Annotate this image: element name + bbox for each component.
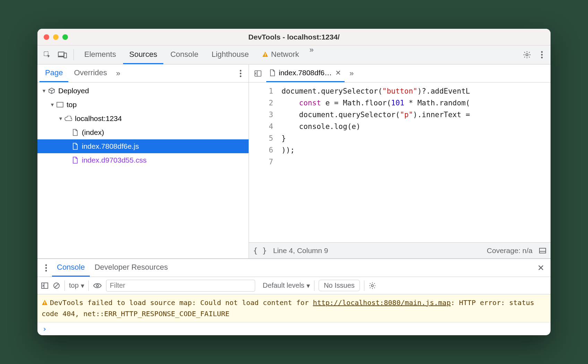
main-toolbar: Elements Sources Console Lighthouse Netw… — [37, 45, 551, 64]
drawer-tab-console[interactable]: Console — [52, 259, 90, 277]
toggle-navigator-icon[interactable] — [251, 67, 265, 80]
drawer: Console Developer Resources ✕ top▾ Defau… — [37, 259, 551, 335]
navigator-more-icon[interactable] — [235, 68, 247, 79]
tree-deployed[interactable]: ▼ Deployed — [37, 84, 249, 98]
close-drawer-icon[interactable]: ✕ — [534, 261, 548, 275]
drawer-tabs: Console Developer Resources ✕ — [37, 259, 551, 277]
more-options-icon[interactable] — [536, 49, 548, 61]
separator — [364, 280, 364, 291]
tree-label: top — [67, 101, 77, 109]
close-window-button[interactable] — [44, 34, 49, 40]
tree-file-index[interactable]: (index) — [37, 125, 249, 139]
svg-rect-3 — [265, 53, 266, 55]
issues-button[interactable]: No Issues — [319, 280, 360, 291]
code-editor[interactable]: 1234567 document.querySelector("button")… — [249, 83, 551, 242]
window-controls — [44, 34, 68, 40]
warning-icon — [262, 51, 268, 58]
svg-point-8 — [541, 57, 543, 59]
editor-pane: index.7808df6… ✕ » 1234567 document.quer… — [249, 64, 551, 258]
drawer-tab-devres[interactable]: Developer Resources — [90, 259, 173, 277]
svg-line-23 — [55, 284, 58, 287]
chevron-down-icon: ▾ — [81, 281, 84, 290]
console-settings-icon[interactable] — [369, 282, 376, 289]
titlebar: DevTools - localhost:1234/ — [37, 29, 551, 45]
svg-point-10 — [240, 72, 242, 74]
tab-label: Console — [170, 50, 198, 59]
file-icon — [71, 157, 80, 164]
frame-icon — [55, 102, 64, 107]
clear-console-icon[interactable] — [53, 282, 60, 289]
navigator-tab-page[interactable]: Page — [40, 64, 68, 82]
svg-point-11 — [240, 75, 242, 77]
cloud-icon — [64, 116, 73, 121]
zoom-window-button[interactable] — [62, 34, 68, 40]
console-sidebar-icon[interactable] — [41, 282, 49, 289]
code-content: document.querySelector("button")?.addEve… — [278, 83, 551, 242]
svg-point-5 — [526, 54, 528, 56]
editor-statusbar: { } Line 4, Column 9 Coverage: n/a — [249, 242, 551, 258]
tree-host[interactable]: ▼ localhost:1234 — [37, 112, 249, 125]
log-levels-selector[interactable]: Default levels▾ — [263, 281, 310, 290]
device-toolbar-icon[interactable] — [55, 48, 69, 62]
svg-point-7 — [541, 54, 543, 56]
tree-label: localhost:1234 — [75, 114, 122, 123]
tab-console[interactable]: Console — [164, 45, 205, 64]
tab-label: Console — [57, 263, 85, 272]
tree-label: (index) — [82, 128, 104, 137]
file-icon — [270, 69, 275, 76]
show-drawer-icon[interactable] — [539, 248, 546, 254]
console-filter-input[interactable] — [106, 280, 255, 292]
tree-label: Deployed — [58, 87, 89, 95]
coverage-status: Coverage: n/a — [487, 246, 533, 255]
close-tab-icon[interactable]: ✕ — [335, 69, 341, 77]
more-navigator-tabs[interactable]: » — [113, 69, 124, 78]
svg-point-19 — [45, 270, 47, 271]
tab-sources[interactable]: Sources — [123, 45, 164, 64]
navigator-tab-overrides[interactable]: Overrides — [68, 64, 112, 82]
window-title: DevTools - localhost:1234/ — [37, 33, 551, 41]
expand-arrow-icon: ▼ — [49, 102, 55, 107]
minimize-window-button[interactable] — [53, 34, 59, 40]
svg-rect-4 — [265, 55, 266, 56]
inspect-element-icon[interactable] — [40, 48, 54, 62]
editor-tab-active[interactable]: index.7808df6… ✕ — [266, 64, 345, 82]
expand-arrow-icon: ▼ — [41, 88, 47, 94]
tree-top[interactable]: ▼ top — [37, 98, 249, 112]
cube-icon — [47, 87, 56, 94]
tab-lighthouse[interactable]: Lighthouse — [205, 45, 255, 64]
svg-rect-15 — [539, 248, 546, 253]
tree-label: index.7808df6e.js — [82, 142, 139, 150]
tab-network[interactable]: Network — [256, 45, 305, 64]
svg-rect-27 — [44, 304, 45, 304]
console-warning-row: DevTools failed to load source map: Coul… — [37, 294, 551, 322]
warning-link[interactable]: http://localhost:8080/main.js.map — [313, 298, 451, 307]
separator — [314, 280, 314, 291]
tree-file-css[interactable]: index.d9703d55.css — [37, 153, 249, 167]
line-numbers: 1234567 — [249, 83, 278, 242]
tab-elements[interactable]: Elements — [78, 45, 122, 64]
pretty-print-icon[interactable]: { } — [253, 246, 267, 255]
drawer-more-icon[interactable] — [40, 262, 52, 274]
svg-point-25 — [371, 285, 373, 287]
svg-point-24 — [96, 285, 98, 287]
tab-label: Developer Resources — [95, 263, 168, 272]
navigator-tabs: Page Overrides » — [37, 64, 249, 83]
main-area: Page Overrides » ▼ Deployed ▼ — [37, 64, 551, 335]
tab-label: Elements — [84, 50, 116, 59]
more-tabs-button[interactable]: » — [306, 45, 317, 64]
console-prompt[interactable]: › — [37, 322, 551, 335]
settings-icon[interactable] — [520, 48, 534, 62]
tree-label: index.d9703d55.css — [82, 156, 147, 164]
file-icon — [71, 143, 80, 150]
more-editor-tabs[interactable]: » — [346, 69, 357, 78]
file-icon — [71, 129, 80, 136]
live-expression-icon[interactable] — [93, 283, 102, 289]
tree-file-js[interactable]: index.7808df6e.js — [37, 139, 249, 153]
editor-tabs: index.7808df6… ✕ » — [249, 64, 551, 83]
svg-rect-26 — [44, 302, 45, 303]
tab-label: Sources — [129, 50, 157, 59]
separator — [88, 280, 89, 291]
context-selector[interactable]: top▾ — [69, 281, 84, 290]
warning-icon — [42, 300, 48, 306]
panel-tabs: Elements Sources Console Lighthouse Netw… — [78, 45, 317, 64]
